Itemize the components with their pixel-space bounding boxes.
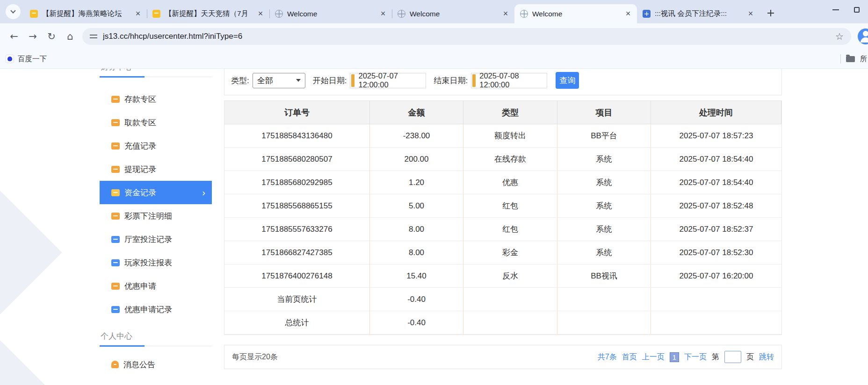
sidebar-item[interactable]: 优惠申请 [100, 274, 212, 298]
sidebar-item-label: 存款专区 [124, 94, 156, 105]
table-body: 1751885843136480 -238.00 额度转出 BB平台 2025-… [224, 124, 781, 335]
browser-tab[interactable]: 【新提醒】天天竞猜（7月 [147, 4, 269, 23]
sidebar-section-title: 个人中心 [100, 331, 145, 347]
table-cell-project: BB视讯 [557, 264, 651, 287]
pagination-go-link[interactable]: 跳转 [759, 352, 774, 362]
sidebar-item[interactable]: 充值记录 [100, 134, 212, 157]
tab-close-icon[interactable] [379, 9, 387, 18]
table-cell-time: 2025-07-07 18:54:40 [651, 171, 781, 194]
table-cell-time [651, 311, 781, 334]
sidebar-item[interactable]: 玩家投注报表 [100, 251, 212, 274]
table-header-cell: 金额 [370, 101, 463, 124]
sidebar-item-label: 优惠申请 [124, 281, 156, 292]
tab-title: 【新提醒】海燕策略论坛 [42, 9, 130, 19]
table-cell-order-no: 1751885843136480 [224, 124, 370, 147]
start-date-input[interactable]: 2025-07-07 12:00:00 [350, 73, 426, 88]
pagination-first-link[interactable]: 首页 [622, 352, 637, 362]
table-cell-time: 2025-07-07 18:54:40 [651, 148, 781, 171]
table-cell-amount: 1.20 [370, 171, 463, 194]
browser-toolbar: ← → ↻ ⌂ js13.cc/hhcp/usercenter.html?ini… [0, 23, 868, 50]
url-text: js13.cc/hhcp/usercenter.html?iniType=6 [103, 32, 835, 41]
main-panel: 类型: 全部 开始日期: 2025-07-07 12:00:00 结束日期: 2… [224, 69, 782, 385]
search-button[interactable]: 查询 [556, 72, 579, 89]
sidebar-item-icon [111, 119, 120, 126]
back-button[interactable]: ← [5, 27, 23, 46]
tab-close-icon[interactable] [256, 9, 265, 18]
end-date-input[interactable]: 2025-07-08 12:00:00 [471, 73, 547, 88]
browser-tab[interactable]: Welcome [514, 4, 637, 23]
type-select[interactable]: 全部 [253, 73, 305, 88]
bookmarks-folder-icon[interactable] [846, 56, 855, 62]
sidebar-item[interactable]: 资金记录 [100, 181, 212, 204]
bookmarks-bar-right: 所 [840, 54, 868, 64]
tab-close-icon[interactable] [134, 9, 142, 18]
table-cell-project: 系统 [557, 241, 651, 264]
table-cell-amount: 8.00 [370, 241, 463, 264]
table-cell-order-no: 1751876400276148 [224, 264, 370, 287]
browser-tab[interactable]: 【新提醒】海燕策略论坛 [24, 4, 147, 23]
browser-tab[interactable]: :::视讯 会员下注纪录::: [637, 4, 760, 23]
table-cell-type: 红包 [463, 194, 557, 217]
browser-tab[interactable]: Welcome [392, 4, 514, 23]
home-button[interactable]: ⌂ [61, 27, 80, 46]
pagination-bar: 每页显示20条 共7条 首页 上一页 1 下一页 第 页 跳转 [224, 345, 782, 369]
table-cell-amount: 5.00 [370, 194, 463, 217]
page-content: 财务中心 存款专区 取款专区 充值记录 [0, 69, 868, 385]
browser-window: 【新提醒】海燕策略论坛 【新提醒】天天竞猜（7月 Welcome Welcome [0, 0, 868, 385]
tab-close-icon[interactable] [501, 9, 510, 18]
reload-button[interactable]: ↻ [42, 27, 61, 46]
sidebar-item-icon [111, 306, 120, 313]
window-maximize-button[interactable] [854, 7, 860, 13]
window-minimize-button[interactable] [832, 9, 839, 10]
tab-favicon-icon [398, 10, 405, 18]
sidebar-item[interactable]: 消息公告 [100, 353, 212, 376]
site-settings-icon[interactable] [90, 33, 97, 40]
page-jump-input[interactable] [724, 351, 741, 363]
tab-close-icon[interactable] [746, 9, 755, 18]
browser-tab[interactable]: Welcome [269, 4, 392, 23]
bookmark-item-baidu[interactable]: 百度一下 [6, 54, 47, 64]
profile-avatar[interactable] [858, 29, 868, 44]
sidebar-item[interactable]: 厅室投注记录 [100, 228, 212, 251]
sidebar-item[interactable]: 彩票下注明细 [100, 204, 212, 228]
end-date-label: 结束日期: [434, 75, 468, 86]
sidebar-item-label: 优惠申请记录 [124, 304, 172, 315]
table-cell-time: 2025-07-07 16:20:00 [651, 264, 781, 287]
table-cell-order-no: 1751885568865155 [224, 194, 370, 217]
sidebar-item-label: 充值记录 [124, 141, 156, 151]
end-date-value: 2025-07-08 12:00:00 [479, 71, 547, 89]
sidebar-item[interactable]: 提现记录 [100, 157, 212, 181]
sidebar: 财务中心 存款专区 取款专区 充值记录 [100, 69, 212, 385]
sidebar-item[interactable]: 个人资料 [100, 382, 212, 385]
sidebar-item[interactable]: 存款专区 [100, 87, 212, 111]
sidebar-item-label: 资金记录 [124, 187, 156, 198]
sidebar-finance-items: 存款专区 取款专区 充值记录 提现记录 [100, 87, 212, 321]
table-header-cell: 类型 [463, 101, 557, 124]
table-cell-type: 彩金 [463, 241, 557, 264]
table-header-row: 订单号金额类型项目处理时间 [224, 101, 781, 124]
sidebar-section-title: 财务中心 [100, 69, 145, 78]
tab-close-icon[interactable] [624, 9, 632, 18]
sidebar-item-icon [111, 189, 120, 196]
sidebar-personal-items: 消息公告 个人资料 [100, 353, 212, 385]
tab-search-button[interactable] [6, 4, 21, 19]
bookmark-label: 百度一下 [18, 54, 47, 64]
pagination-prev-link[interactable]: 上一页 [642, 352, 665, 362]
tab-title: 【新提醒】天天竞猜（7月 [165, 9, 252, 19]
type-select-value: 全部 [257, 75, 273, 86]
address-bar[interactable]: js13.cc/hhcp/usercenter.html?iniType=6 ☆ [82, 28, 851, 45]
pagination-next-link[interactable]: 下一页 [684, 352, 707, 362]
table-cell-time [651, 288, 781, 311]
bookmark-star-icon[interactable]: ☆ [835, 31, 844, 42]
sidebar-item-label: 玩家投注报表 [124, 257, 172, 268]
sidebar-item[interactable]: 取款专区 [100, 111, 212, 134]
new-tab-button[interactable] [764, 7, 777, 20]
forward-button[interactable]: → [23, 27, 42, 46]
sidebar-item-icon [111, 166, 120, 173]
tab-favicon-icon [520, 10, 528, 18]
pagination-current-page[interactable]: 1 [670, 352, 679, 362]
sidebar-item[interactable]: 优惠申请记录 [100, 298, 212, 321]
table-cell-project [557, 288, 651, 311]
sidebar-item-label: 取款专区 [124, 117, 156, 128]
sidebar-item-icon [111, 259, 120, 266]
